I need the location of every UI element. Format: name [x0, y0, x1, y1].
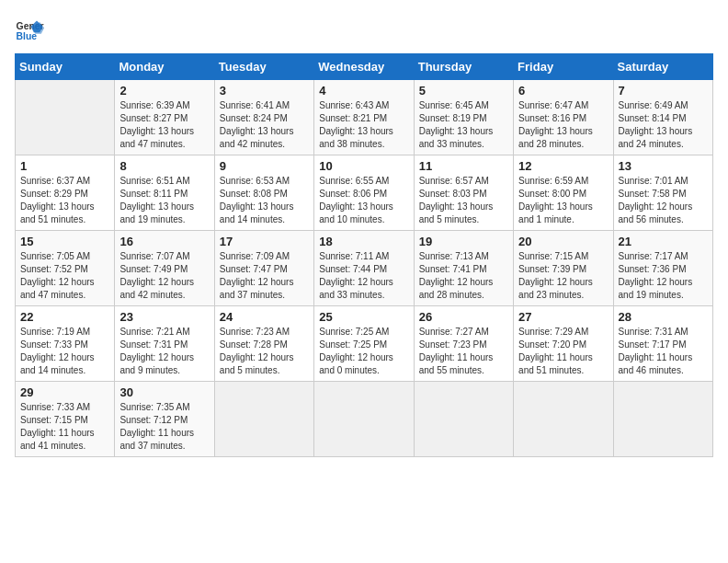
calendar-cell: 5Sunrise: 6:45 AMSunset: 8:19 PMDaylight… [414, 80, 513, 155]
calendar-cell: 21Sunrise: 7:17 AMSunset: 7:36 PMDayligh… [613, 231, 712, 306]
logo-icon: General Blue [15, 15, 44, 44]
day-number: 7 [619, 84, 708, 98]
day-detail: Sunrise: 6:57 AMSunset: 8:03 PMDaylight:… [419, 175, 508, 226]
calendar-week-3: 22Sunrise: 7:19 AMSunset: 7:33 PMDayligh… [16, 306, 713, 382]
calendar-cell: 29Sunrise: 7:33 AMSunset: 7:15 PMDayligh… [16, 382, 115, 457]
header-wednesday: Wednesday [314, 54, 414, 80]
calendar-cell: 30Sunrise: 7:35 AMSunset: 7:12 PMDayligh… [115, 382, 214, 457]
day-number: 16 [119, 235, 209, 248]
calendar-cell: 26Sunrise: 7:27 AMSunset: 7:23 PMDayligh… [414, 306, 513, 382]
day-number: 3 [220, 84, 309, 98]
day-number: 25 [319, 310, 408, 324]
calendar-cell: 10Sunrise: 6:55 AMSunset: 8:06 PMDayligh… [314, 155, 414, 231]
day-detail: Sunrise: 6:37 AMSunset: 8:29 PMDaylight:… [20, 175, 109, 226]
day-detail: Sunrise: 7:33 AMSunset: 7:15 PMDaylight:… [20, 401, 109, 453]
day-number: 2 [119, 84, 209, 98]
calendar-cell [16, 80, 115, 155]
day-detail: Sunrise: 7:11 AMSunset: 7:44 PMDaylight:… [319, 250, 408, 302]
calendar-cell: 3Sunrise: 6:41 AMSunset: 8:24 PMDaylight… [214, 80, 313, 155]
day-number: 17 [220, 235, 309, 248]
header-tuesday: Tuesday [214, 54, 313, 80]
calendar-cell: 23Sunrise: 7:21 AMSunset: 7:31 PMDayligh… [115, 306, 214, 382]
day-number: 28 [619, 310, 708, 324]
calendar-cell: 25Sunrise: 7:25 AMSunset: 7:25 PMDayligh… [314, 306, 414, 382]
day-detail: Sunrise: 7:15 AMSunset: 7:39 PMDaylight:… [518, 250, 608, 302]
day-number: 9 [220, 159, 309, 173]
day-number: 29 [20, 385, 109, 399]
calendar-cell: 4Sunrise: 6:43 AMSunset: 8:21 PMDaylight… [314, 80, 414, 155]
day-number: 23 [119, 310, 209, 324]
day-detail: Sunrise: 6:49 AMSunset: 8:14 PMDaylight:… [619, 99, 708, 151]
day-number: 22 [20, 310, 109, 324]
day-detail: Sunrise: 7:35 AMSunset: 7:12 PMDaylight:… [119, 401, 209, 453]
calendar-cell: 22Sunrise: 7:19 AMSunset: 7:33 PMDayligh… [16, 306, 115, 382]
day-detail: Sunrise: 7:07 AMSunset: 7:49 PMDaylight:… [119, 250, 209, 302]
calendar-cell: 16Sunrise: 7:07 AMSunset: 7:49 PMDayligh… [115, 231, 214, 306]
day-number: 6 [518, 84, 608, 98]
day-detail: Sunrise: 6:59 AMSunset: 8:00 PMDaylight:… [518, 175, 608, 226]
day-number: 30 [119, 385, 209, 399]
day-number: 8 [119, 159, 209, 173]
calendar-cell: 19Sunrise: 7:13 AMSunset: 7:41 PMDayligh… [414, 231, 513, 306]
header-saturday: Saturday [613, 54, 712, 80]
day-detail: Sunrise: 6:55 AMSunset: 8:06 PMDaylight:… [319, 175, 408, 226]
calendar-cell [613, 382, 712, 457]
day-number: 24 [220, 310, 309, 324]
calendar-cell: 13Sunrise: 7:01 AMSunset: 7:58 PMDayligh… [613, 155, 712, 231]
calendar-cell: 27Sunrise: 7:29 AMSunset: 7:20 PMDayligh… [514, 306, 613, 382]
calendar-week-4: 29Sunrise: 7:33 AMSunset: 7:15 PMDayligh… [16, 382, 713, 457]
day-detail: Sunrise: 7:21 AMSunset: 7:31 PMDaylight:… [119, 326, 209, 377]
calendar-week-0: 2Sunrise: 6:39 AMSunset: 8:27 PMDaylight… [16, 80, 713, 155]
calendar-cell: 6Sunrise: 6:47 AMSunset: 8:16 PMDaylight… [514, 80, 613, 155]
day-number: 19 [419, 235, 508, 248]
day-detail: Sunrise: 7:01 AMSunset: 7:58 PMDaylight:… [619, 175, 708, 226]
calendar-cell: 2Sunrise: 6:39 AMSunset: 8:27 PMDaylight… [115, 80, 214, 155]
day-detail: Sunrise: 6:41 AMSunset: 8:24 PMDaylight:… [220, 99, 309, 151]
calendar-cell: 7Sunrise: 6:49 AMSunset: 8:14 PMDaylight… [613, 80, 712, 155]
calendar-cell: 28Sunrise: 7:31 AMSunset: 7:17 PMDayligh… [613, 306, 712, 382]
calendar-cell: 15Sunrise: 7:05 AMSunset: 7:52 PMDayligh… [16, 231, 115, 306]
day-detail: Sunrise: 7:29 AMSunset: 7:20 PMDaylight:… [518, 326, 608, 377]
calendar-cell: 17Sunrise: 7:09 AMSunset: 7:47 PMDayligh… [214, 231, 313, 306]
calendar-cell: 18Sunrise: 7:11 AMSunset: 7:44 PMDayligh… [314, 231, 414, 306]
svg-text:Blue: Blue [17, 31, 38, 41]
calendar-cell: 12Sunrise: 6:59 AMSunset: 8:00 PMDayligh… [514, 155, 613, 231]
day-number: 26 [419, 310, 508, 324]
header-row: SundayMondayTuesdayWednesdayThursdayFrid… [16, 54, 713, 80]
calendar-week-1: 1Sunrise: 6:37 AMSunset: 8:29 PMDaylight… [16, 155, 713, 231]
calendar-cell [214, 382, 313, 457]
day-number: 12 [518, 159, 608, 173]
day-number: 5 [419, 84, 508, 98]
day-detail: Sunrise: 6:45 AMSunset: 8:19 PMDaylight:… [419, 99, 508, 151]
calendar-cell [314, 382, 414, 457]
calendar-cell: 20Sunrise: 7:15 AMSunset: 7:39 PMDayligh… [514, 231, 613, 306]
day-detail: Sunrise: 7:19 AMSunset: 7:33 PMDaylight:… [20, 326, 109, 377]
day-number: 21 [619, 235, 708, 248]
day-number: 27 [518, 310, 608, 324]
calendar-week-2: 15Sunrise: 7:05 AMSunset: 7:52 PMDayligh… [16, 231, 713, 306]
logo: General Blue [15, 15, 48, 44]
day-detail: Sunrise: 7:27 AMSunset: 7:23 PMDaylight:… [419, 326, 508, 377]
calendar-cell: 9Sunrise: 6:53 AMSunset: 8:08 PMDaylight… [214, 155, 313, 231]
day-detail: Sunrise: 6:47 AMSunset: 8:16 PMDaylight:… [518, 99, 608, 151]
day-detail: Sunrise: 7:25 AMSunset: 7:25 PMDaylight:… [319, 326, 408, 377]
calendar-cell [414, 382, 513, 457]
calendar-cell: 8Sunrise: 6:51 AMSunset: 8:11 PMDaylight… [115, 155, 214, 231]
day-detail: Sunrise: 7:17 AMSunset: 7:36 PMDaylight:… [619, 250, 708, 302]
day-detail: Sunrise: 6:51 AMSunset: 8:11 PMDaylight:… [119, 175, 209, 226]
day-number: 4 [319, 84, 408, 98]
day-number: 15 [20, 235, 109, 248]
day-detail: Sunrise: 7:31 AMSunset: 7:17 PMDaylight:… [619, 326, 708, 377]
calendar-table: SundayMondayTuesdayWednesdayThursdayFrid… [15, 53, 713, 457]
day-number: 11 [419, 159, 508, 173]
header-friday: Friday [514, 54, 613, 80]
header-sunday: Sunday [16, 54, 115, 80]
calendar-cell [514, 382, 613, 457]
day-detail: Sunrise: 7:13 AMSunset: 7:41 PMDaylight:… [419, 250, 508, 302]
page-header: General Blue [15, 15, 713, 44]
header-monday: Monday [115, 54, 214, 80]
day-detail: Sunrise: 6:43 AMSunset: 8:21 PMDaylight:… [319, 99, 408, 151]
day-number: 1 [20, 159, 109, 173]
calendar-cell: 1Sunrise: 6:37 AMSunset: 8:29 PMDaylight… [16, 155, 115, 231]
day-detail: Sunrise: 7:23 AMSunset: 7:28 PMDaylight:… [220, 326, 309, 377]
